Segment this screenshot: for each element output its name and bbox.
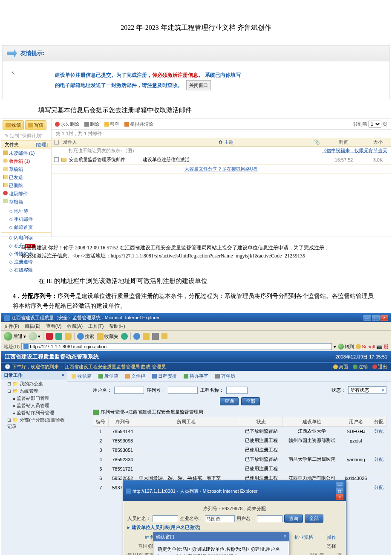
- menu-help[interactable]: 帮助(H): [109, 324, 125, 329]
- mobile-mail-link[interactable]: ◇ 手机邮件: [1, 215, 51, 223]
- mail-promo-link[interactable]: ✎ 定制 "保鲜计划": [1, 131, 51, 140]
- manage-folders-link[interactable]: [管理]: [36, 142, 48, 148]
- drafts-folder[interactable]: 草稿箱: [1, 165, 51, 173]
- close-window-button[interactable]: 关闭窗口: [186, 80, 211, 90]
- address-input[interactable]: http://127.1.1.1:8081/six/Login.action: [21, 343, 332, 350]
- menu-tools[interactable]: 工具(T): [88, 324, 104, 329]
- collapse-button[interactable]: «: [62, 372, 64, 379]
- print-icon[interactable]: [152, 333, 159, 340]
- minimize-button[interactable]: —: [363, 315, 371, 321]
- popup-all-button[interactable]: 全部: [305, 515, 323, 523]
- stop-icon[interactable]: [46, 333, 53, 340]
- menu-view[interactable]: 查看(V): [46, 324, 62, 329]
- delete-forever-button[interactable]: 永久删除: [55, 121, 79, 127]
- popup-minimize-button[interactable]: —: [336, 482, 343, 488]
- popup-close-button[interactable]: ×: [336, 494, 343, 500]
- unread-folder[interactable]: 未读邮件 (1): [1, 149, 51, 157]
- tab-calendar[interactable]: 万年历: [213, 372, 237, 380]
- input-person-name[interactable]: [153, 515, 178, 522]
- favorites-button[interactable]: 收藏夹: [97, 333, 118, 340]
- row-checkbox[interactable]: [54, 157, 59, 162]
- refresh-icon[interactable]: [55, 333, 62, 340]
- archive-folder[interactable]: 存档箱: [1, 198, 51, 206]
- history-icon[interactable]: [133, 333, 140, 340]
- home-icon[interactable]: [65, 333, 72, 340]
- table-row: 478592334已下放到监督站南昌大学第二附属医院yanhong分配: [93, 455, 386, 464]
- allocate-link[interactable]: 分配: [371, 427, 386, 436]
- tree-dept-manage[interactable]: 监督站部门管理: [1, 395, 67, 402]
- subject-header[interactable]: ✿ 主题: [138, 139, 314, 145]
- tree-system-manage[interactable]: ⊟ 📂 系统管理: [1, 387, 67, 395]
- select-link[interactable]: 选择: [322, 542, 341, 550]
- input-project[interactable]: [226, 387, 248, 394]
- report-button[interactable]: 举报并清除: [124, 121, 153, 127]
- dropdown-icon[interactable]: [161, 333, 167, 339]
- envelope-icon: [61, 158, 66, 162]
- ie-logo-icon: [4, 315, 10, 321]
- media-icon[interactable]: [121, 333, 128, 340]
- menu-file[interactable]: 文件(F): [4, 324, 19, 329]
- page-select[interactable]: 1: [369, 121, 381, 127]
- status-select[interactable]: 所有状态▾: [348, 386, 386, 394]
- desktop-button[interactable]: 桌面: [333, 364, 348, 370]
- mailbox-home-link[interactable]: ◇ 邮箱首页: [1, 223, 51, 231]
- tree-staff-manage[interactable]: 监督站人员管理: [1, 402, 67, 409]
- tab-file-cabinet[interactable]: 文件柜: [124, 372, 147, 380]
- deleted-folder[interactable]: 已删除: [1, 182, 51, 190]
- write-mail-tab[interactable]: 写信: [25, 120, 46, 130]
- input-username[interactable]: [257, 515, 282, 522]
- ad-right-text[interactable]: 《信中祝福来，仅限元宵节当天: [137, 147, 391, 154]
- query-button[interactable]: 查询: [220, 397, 239, 405]
- input-user[interactable]: [114, 387, 144, 394]
- ad-left-text[interactable]: 打死也不能让男友的东东↑（图）: [52, 147, 137, 154]
- junk-folder[interactable]: 垃圾邮件: [1, 190, 51, 198]
- delete-button[interactable]: 删除: [84, 121, 99, 127]
- tab-todo[interactable]: 待办事宜: [182, 372, 210, 380]
- tab-schedule[interactable]: 日程安排: [150, 372, 179, 380]
- input-serial[interactable]: [168, 387, 198, 394]
- udisk-link[interactable]: 大容量文件分享？尽在搜狐网络U盘: [184, 166, 258, 171]
- select-all-checkbox[interactable]: [54, 140, 59, 145]
- table-cell: [236, 445, 240, 455]
- flash-read-link[interactable]: ◇ 闪电阅读: [1, 234, 51, 242]
- close-button[interactable]: ×: [380, 315, 388, 321]
- inbox-folder[interactable]: 收件箱 (1): [1, 157, 51, 165]
- tab-outbox[interactable]: 发信箱: [97, 372, 120, 380]
- address-dropdown[interactable]: ▾: [334, 344, 336, 350]
- date-header[interactable]: 时间: [323, 139, 365, 145]
- favorites-icon: [97, 333, 104, 340]
- menu-favorites[interactable]: 收藏(A): [67, 324, 83, 329]
- receive-mail-tab[interactable]: 收信: [3, 120, 24, 130]
- contacts-link[interactable]: ◇ 地址簿: [1, 207, 51, 215]
- sent-folder[interactable]: 已发送: [1, 173, 51, 182]
- tree-my-desk[interactable]: ⊟ 📁 我的办公桌: [1, 380, 67, 387]
- all-button[interactable]: 全部: [241, 397, 260, 405]
- move-button[interactable]: 移至: [104, 121, 119, 127]
- maximize-button[interactable]: □: [372, 315, 380, 321]
- logoff-button[interactable]: 注销: [353, 364, 368, 370]
- popup-maximize-button[interactable]: □: [336, 488, 343, 494]
- exit-button[interactable]: 退出: [372, 364, 387, 370]
- input-company[interactable]: 马国勇: [205, 515, 235, 522]
- back-button[interactable]: 后退 ▾: [4, 332, 26, 341]
- mail-icon[interactable]: [143, 333, 150, 340]
- table-cell: 5: [93, 464, 109, 474]
- snagit-button[interactable]: SnagIt 📷 🖼: [356, 344, 388, 350]
- allocate-link[interactable]: 分配: [371, 455, 386, 464]
- menu-edit[interactable]: 编辑(E): [25, 324, 40, 329]
- popup-query-button[interactable]: 查询: [284, 515, 303, 523]
- from-header[interactable]: 发件人: [61, 139, 138, 145]
- go-button[interactable]: 转到: [338, 344, 354, 350]
- forward-button[interactable]: ▾: [29, 332, 40, 341]
- mail-message-row[interactable]: 安全质量监督管理系统邮件 建设单位注册信息激活 16:57:52 3.0K: [52, 155, 391, 165]
- tree-quality-record[interactable]: ⊞ 📁 分部(子分部)质量验收记录: [1, 416, 67, 430]
- search-button[interactable]: 搜索: [77, 333, 94, 340]
- tree-serial-manage[interactable]: 监督站序列号管理: [1, 409, 67, 416]
- size-header[interactable]: 大小: [365, 139, 391, 145]
- allocate-link[interactable]: 分配: [371, 483, 386, 492]
- popup-header: 执业资格: [286, 533, 321, 541]
- confirm-close-button[interactable]: ×: [284, 534, 286, 540]
- archive-icon: [3, 199, 8, 203]
- table-cell: 78593093: [108, 436, 137, 445]
- tab-inbox[interactable]: 收信箱: [70, 372, 93, 380]
